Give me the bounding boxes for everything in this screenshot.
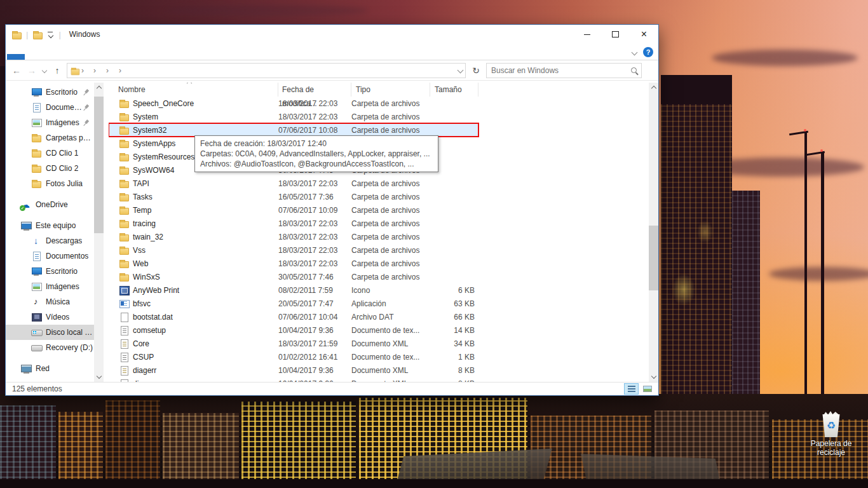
sidebar-item[interactable]: Descargas — [6, 233, 94, 248]
file-row[interactable]: WinSxS 30/05/2017 7:46 Carpeta de archiv… — [109, 270, 478, 283]
file-type-icon — [119, 245, 130, 255]
breadcrumb-chevron: › — [81, 66, 84, 75]
file-row[interactable]: Tasks 16/05/2017 7:36 Carpeta de archivo… — [109, 190, 478, 203]
up-icon[interactable]: ↑ — [51, 65, 63, 76]
file-row[interactable]: twain_32 18/03/2017 22:03 Carpeta de arc… — [109, 230, 478, 243]
file-date-modified: 18/03/2017 22:03 — [278, 112, 351, 121]
ribbon-tab[interactable] — [43, 54, 60, 60]
file-row[interactable]: Speech_OneCore 18/03/2017 22:03 Carpeta … — [109, 97, 478, 110]
file-row[interactable]: diagerr 10/04/2017 9:36 Documento XML 8 … — [109, 363, 478, 377]
sidebar-item[interactable]: Imágenes — [6, 115, 94, 130]
sidebar-item[interactable]: Fotos Julia — [6, 176, 94, 191]
sidebar-item[interactable]: CD Clio 1 — [6, 146, 94, 161]
file-type-icon — [119, 259, 130, 269]
file-type: Carpeta de archivos — [351, 193, 430, 201]
search-input[interactable]: Buscar en Windows — [486, 63, 642, 78]
file-row[interactable]: comsetup 10/04/2017 9:36 Documento de te… — [109, 323, 478, 337]
sidebar-item[interactable]: Este equipo — [6, 218, 94, 233]
large-icons-view-button[interactable] — [640, 383, 654, 395]
file-row[interactable]: System 18/03/2017 22:03 Carpeta de archi… — [109, 110, 478, 123]
file-row[interactable]: bfsvc 20/05/2017 7:47 Aplicación 63 KB — [109, 297, 478, 310]
close-button[interactable]: × — [630, 25, 658, 44]
file-type-icon — [119, 112, 130, 122]
sidebar-item[interactable]: CD Clio 2 — [6, 161, 94, 176]
breadcrumb-item[interactable] — [99, 66, 112, 75]
file-row[interactable]: Web 18/03/2017 22:03 Carpeta de archivos — [109, 257, 478, 270]
collapse-ribbon-icon[interactable] — [632, 49, 638, 55]
sidebar-item-label: Música — [46, 297, 70, 306]
address-dropdown-icon[interactable] — [458, 67, 464, 74]
building — [0, 405, 56, 488]
file-size: 14 KB — [430, 326, 475, 335]
app-folder-icon — [11, 30, 22, 39]
file-row[interactable]: tracing 18/03/2017 22:03 Carpeta de arch… — [109, 217, 478, 230]
sidebar-item-label: Red — [36, 364, 50, 373]
file-size: 8 KB — [430, 366, 475, 375]
ribbon-tab[interactable] — [25, 54, 43, 60]
forward-icon[interactable]: → — [26, 65, 37, 76]
scroll-up-icon[interactable] — [649, 83, 658, 92]
sidebar-item[interactable]: Vídeos — [6, 309, 94, 325]
file-row[interactable]: CSUP 01/02/2012 16:41 Documento de tex..… — [109, 350, 478, 363]
column-header-type[interactable]: Tipo — [351, 83, 430, 97]
file-row[interactable]: diagwrn 10/04/2017 9:36 Documento XML 8 … — [109, 377, 478, 382]
list-scrollbar[interactable] — [649, 83, 658, 382]
ribbon-tab[interactable] — [60, 54, 78, 60]
sidebar-item-icon — [31, 327, 43, 337]
file-type-icon — [119, 299, 130, 309]
scroll-down-icon[interactable] — [649, 372, 658, 382]
sidebar-item[interactable]: Carpetas papá — [6, 130, 94, 146]
back-icon[interactable]: ← — [11, 65, 22, 76]
sidebar-item-label: Disco local (C:) — [46, 328, 94, 337]
file-type: Carpeta de archivos — [351, 246, 430, 255]
sidebar-item[interactable]: Música — [6, 294, 94, 309]
sidebar-item[interactable]: Escritorio — [6, 85, 94, 100]
sidebar-item[interactable]: Red — [6, 361, 94, 376]
main-area: Escritorio Documentos Imágenes Carpetas … — [6, 80, 658, 382]
file-date-modified: 18/03/2017 22:03 — [278, 233, 351, 241]
column-header-name[interactable]: Nombre — [109, 83, 278, 97]
qat-folder-icon[interactable] — [32, 30, 43, 39]
ribbon-tab[interactable] — [7, 54, 25, 60]
sidebar-item[interactable]: Disco local (C:) — [6, 325, 94, 340]
column-header-size[interactable]: Tamaño — [430, 83, 478, 97]
maximize-button[interactable] — [601, 25, 630, 44]
breadcrumb-item[interactable] — [86, 66, 99, 75]
address-bar[interactable]: › — [67, 63, 466, 78]
file-row[interactable]: Temp 07/06/2017 10:09 Carpeta de archivo… — [109, 203, 478, 217]
breadcrumb-item[interactable] — [112, 66, 125, 75]
recycle-bin-shortcut[interactable]: ♻ Papelera de reciclaje — [803, 414, 860, 457]
scrollbar-thumb[interactable] — [649, 226, 658, 290]
sidebar-item[interactable]: Documentos — [6, 100, 94, 115]
file-row[interactable]: Core 18/03/2017 21:59 Documento XML 34 K… — [109, 337, 478, 350]
file-name: System32 — [133, 126, 278, 135]
sidebar-item[interactable]: OneDrive — [6, 197, 94, 212]
file-row[interactable]: AnyWeb Print 08/02/2011 7:59 Icono 6 KB — [109, 283, 478, 297]
file-name: TAPI — [133, 179, 278, 188]
sidebar-item[interactable]: Imágenes — [6, 279, 94, 294]
sidebar-item[interactable]: Documentos — [6, 248, 94, 264]
sidebar-item[interactable]: Recovery (D:) — [6, 340, 94, 355]
minimize-button[interactable] — [573, 25, 601, 44]
file-row[interactable]: Vss 18/03/2017 22:03 Carpeta de archivos — [109, 243, 478, 257]
scroll-down-icon[interactable] — [94, 372, 104, 382]
scroll-up-icon[interactable] — [94, 83, 104, 92]
sidebar-item-icon — [31, 342, 43, 353]
file-row[interactable]: TAPI 18/03/2017 22:03 Carpeta de archivo… — [109, 177, 478, 190]
file-row[interactable]: System32 07/06/2017 10:08 Carpeta de arc… — [109, 123, 478, 137]
title-bar[interactable]: | | Windows × — [6, 25, 658, 44]
file-name: bfsvc — [133, 299, 278, 308]
sidebar-scrollbar[interactable] — [94, 83, 104, 382]
details-view-button[interactable] — [624, 383, 639, 395]
file-date-modified: 07/06/2017 10:04 — [278, 313, 351, 322]
sidebar-item[interactable]: Escritorio — [6, 264, 94, 279]
refresh-icon[interactable]: ↻ — [470, 65, 482, 76]
column-header-date[interactable]: Fecha de modifica... — [278, 83, 351, 97]
sidebar-item-label: Carpetas papá — [46, 133, 94, 142]
help-icon[interactable]: ? — [643, 47, 653, 57]
scrollbar-thumb[interactable] — [94, 97, 104, 233]
qat-dropdown-icon[interactable] — [47, 30, 54, 38]
recent-locations-icon[interactable] — [42, 67, 47, 72]
file-type-icon — [119, 365, 130, 376]
file-row[interactable]: bootstat.dat 07/06/2017 10:04 Archivo DA… — [109, 310, 478, 323]
